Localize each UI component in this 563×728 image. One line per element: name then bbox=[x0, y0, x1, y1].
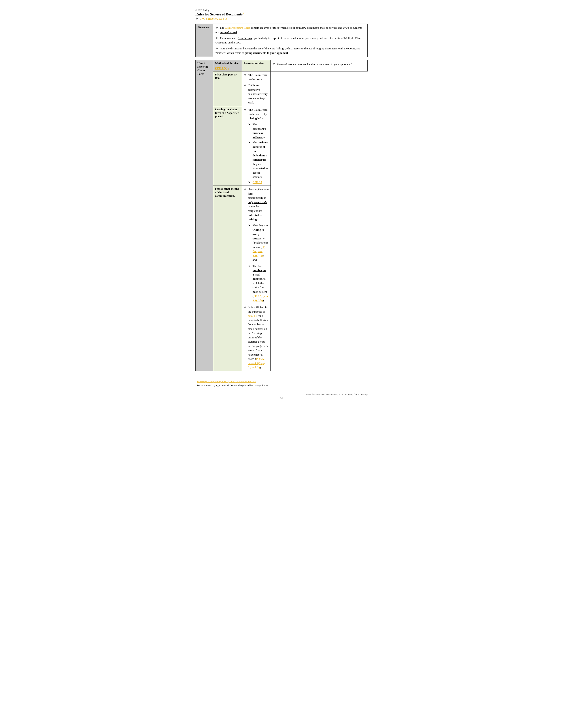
arrow-3: ➤ bbox=[248, 180, 251, 184]
overview-text-2b: treacherous bbox=[238, 36, 252, 40]
method-post-content: ❖ The Claim Form can be posted. ❖ DX is … bbox=[242, 71, 271, 106]
subtitle-bullet: ❖ bbox=[195, 17, 198, 21]
arrow-1: ➤ bbox=[248, 122, 251, 139]
overview-text-1c: how bbox=[302, 26, 306, 29]
business-address-solicitor: business address of the defendant’s soli… bbox=[252, 141, 268, 161]
overview-text-3b: giving documents to your opponent bbox=[245, 51, 288, 54]
fax-item-2: ❖ It is sufficient for the purposes of p… bbox=[244, 305, 269, 370]
fax-item-1: ❖ Serving the claim form electronically … bbox=[244, 187, 269, 221]
fn-1-link[interactable]: Workshop 3, Preparatory Task 2; Task 1; … bbox=[197, 380, 256, 383]
fax-sub-2: ➤ The fax number, or e-mail address, to … bbox=[248, 264, 269, 303]
page-number: 50 bbox=[195, 397, 368, 400]
fax-text-1: Serving the claim form electronically is… bbox=[248, 187, 269, 221]
personal-text: Personal service involves handing a docu… bbox=[276, 62, 353, 67]
fn-2-ref: 2 bbox=[351, 62, 352, 65]
fn-2-num: 2 bbox=[195, 383, 196, 385]
willing-accept: willing to accept service bbox=[252, 228, 264, 240]
fax-sub-text-1: That they are willing to accept service … bbox=[252, 223, 269, 262]
fax-arrow-2: ➤ bbox=[248, 264, 251, 303]
overview-text-1e: when bbox=[343, 26, 349, 29]
methods-label: Methods of Service bbox=[215, 62, 240, 65]
business-address: business address bbox=[252, 131, 263, 139]
overview-text-2a: These rules are bbox=[220, 36, 238, 40]
fn-2-text: We recommend trying to ambush them at a … bbox=[197, 384, 269, 387]
overview-content: ❖ The Civil Procedure Rules contain an a… bbox=[213, 24, 368, 57]
copyright: © LPC Buddy bbox=[195, 9, 368, 11]
method-personal-name: Personal service. bbox=[242, 60, 271, 71]
fax-bullet-2: ❖ bbox=[244, 305, 247, 310]
col-methods-label: Methods of Service CPR 7.5(1) bbox=[213, 60, 242, 71]
method-personal-content: ❖ Personal service involves handing a do… bbox=[271, 60, 368, 71]
method-leaving-name: Leaving the claim form at a “specified p… bbox=[213, 106, 242, 186]
overview-text-1g: deemed served bbox=[220, 30, 237, 34]
personal-bullet: ❖ bbox=[272, 62, 275, 66]
personal-service-item: ❖ Personal service involves handing a do… bbox=[272, 62, 366, 67]
overview-label: Overview bbox=[195, 24, 213, 57]
leaving-sub-3: ➤ CPR 6.7 bbox=[248, 180, 269, 184]
civil-procedure-rules-link[interactable]: Civil Procedure Rules bbox=[225, 26, 250, 29]
post-text-2: DX is an alternative business delivery s… bbox=[248, 83, 269, 105]
overview-text-1a: The bbox=[220, 26, 225, 29]
title-sup: 1 bbox=[242, 12, 244, 15]
col-how-label: How to serve the Claim Form bbox=[197, 62, 208, 75]
only-permissible: only permissible bbox=[248, 201, 267, 204]
leaving-bullet-1: ❖ bbox=[244, 108, 247, 112]
fax-label: Fax or other means of electronic communi… bbox=[215, 187, 239, 197]
subtitle-link[interactable]: Civil Litigation, 5.5-5.8 bbox=[199, 17, 227, 21]
post-item-2: ❖ DX is an alternative business delivery… bbox=[244, 83, 269, 105]
leaving-label: Leaving the claim form at a “specified p… bbox=[215, 108, 239, 118]
method-fax-content: ❖ Serving the claim form electronically … bbox=[242, 186, 271, 371]
post-item-1: ❖ The Claim Form can be posted. bbox=[244, 73, 269, 81]
post-label: First class post or DX. bbox=[215, 73, 237, 80]
para-4-1-link[interactable]: para 4.1 bbox=[248, 314, 257, 317]
personal-service-label: Personal service. bbox=[244, 62, 264, 65]
fax-sub-text-2: The fax number, or e-mail address, to wh… bbox=[252, 264, 269, 303]
col-how-to-serve: How to serve the Claim Form bbox=[195, 60, 213, 371]
fn-1-num: 1 bbox=[195, 379, 196, 382]
pd6a-1a-link[interactable]: PD 6A, para 4.1(1)(a) bbox=[252, 245, 265, 257]
cpr-link[interactable]: CPR 7.5(1) bbox=[215, 66, 228, 70]
footer: Rules for Service of Documents | 1 | v 1… bbox=[195, 393, 368, 400]
page-title: Rules for Service of Documents1 bbox=[195, 12, 368, 16]
overview-text-1h: . bbox=[237, 30, 238, 34]
footer-rule-text: Rules for Service of Documents | 1 | v 1… bbox=[195, 393, 368, 396]
title-text: Rules for Service of Documents bbox=[195, 12, 242, 16]
leaving-text-1: The Claim Form can be served by it being… bbox=[248, 108, 269, 121]
cpr-6-7-link[interactable]: CPR 6.7 bbox=[252, 180, 262, 184]
fax-arrow-1: ➤ bbox=[248, 223, 251, 262]
fax-number-email: fax number, or e-mail address bbox=[252, 264, 266, 281]
overview-bullet-1: ❖ bbox=[215, 26, 218, 29]
overview-item-3: ❖ Note the distinction between the use o… bbox=[215, 46, 365, 55]
arrow-2: ➤ bbox=[248, 140, 251, 179]
overview-item-1: ❖ The Civil Procedure Rules contain an a… bbox=[215, 26, 365, 34]
post-text-1: The Claim Form can be posted. bbox=[248, 73, 269, 81]
leaving-sub-text-1: The defendant’s business address; or bbox=[252, 122, 269, 139]
indicated-in-writing: indicated in writing: bbox=[248, 213, 262, 221]
pd6a-1b-link[interactable]: PD 6A, para 4.1(1)(b) bbox=[252, 294, 268, 302]
leaving-item-1: ❖ The Claim Form can be served by it bei… bbox=[244, 108, 269, 121]
overview-table: Overview ❖ The Civil Procedure Rules con… bbox=[195, 24, 368, 57]
method-post-name: First class post or DX. bbox=[213, 71, 242, 106]
fax-bullet-1: ❖ bbox=[244, 187, 247, 191]
overview-text-1d: documents may be served, and bbox=[307, 26, 343, 29]
main-table: How to serve the Claim Form Methods of S… bbox=[195, 60, 368, 371]
overview-text-3a: Note the distinction between the use of … bbox=[215, 47, 360, 54]
writing-paper: “writing paper of the solicitor acting f… bbox=[248, 331, 268, 352]
leaving-sub-text-2: The business address of the defendant’s … bbox=[252, 140, 269, 179]
overview-bullet-3: ❖ bbox=[215, 47, 218, 50]
post-bullet-1: ❖ bbox=[244, 73, 247, 77]
being-left-at: being left at: bbox=[250, 117, 265, 120]
leaving-sub-1: ➤ The defendant’s business address; or bbox=[248, 122, 269, 139]
fax-text-2: It is sufficient for the purposes of par… bbox=[248, 305, 269, 370]
footnote-2: 2 We recommend trying to ambush them at … bbox=[195, 383, 368, 387]
overview-text-1b: contain an array of rules which set out … bbox=[251, 26, 302, 29]
method-fax-name: Fax or other means of electronic communi… bbox=[213, 186, 242, 371]
post-bullet-2: ❖ bbox=[244, 83, 247, 88]
overview-bullet-2: ❖ bbox=[215, 36, 218, 40]
overview-text-3c: . bbox=[289, 51, 290, 54]
overview-item-2: ❖ These rules are treacherous , particul… bbox=[215, 36, 365, 45]
fax-sub-1: ➤ That they are willing to accept servic… bbox=[248, 223, 269, 262]
footnote-1: 1 Workshop 3, Preparatory Task 2; Task 1… bbox=[195, 379, 368, 383]
leaving-sub-2: ➤ The business address of the defendant’… bbox=[248, 140, 269, 179]
method-leaving-content: ❖ The Claim Form can be served by it bei… bbox=[242, 106, 271, 186]
